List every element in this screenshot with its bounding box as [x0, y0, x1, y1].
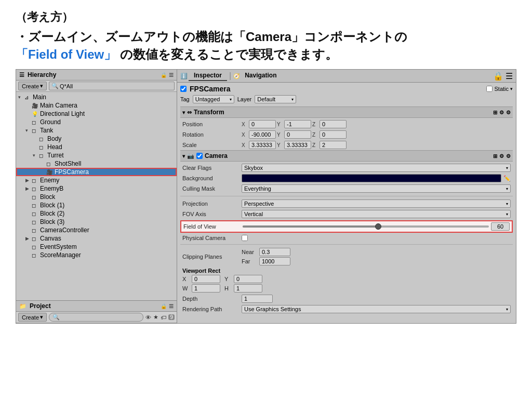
transform-header[interactable]: ▾ ⇔ Transform ⊞ ⚙ ⚙ [180, 107, 513, 118]
camera-active-checkbox[interactable] [196, 153, 203, 159]
tree-item[interactable]: ▶◻Enemy [16, 176, 177, 184]
tree-item-icon: 💡 [32, 111, 39, 117]
fov-axis-arrow: ▾ [506, 212, 508, 217]
scale-z-input[interactable]: 2 [320, 141, 347, 149]
tree-item[interactable]: ◻Ground [16, 118, 177, 126]
fov-slider-track[interactable] [243, 225, 489, 228]
viewport-section: Viewport Rect X 0 W 1 Y [180, 267, 513, 294]
tree-item[interactable]: 💡Directional Light [16, 110, 177, 118]
tree-expand-arrow[interactable]: ▾ [33, 153, 39, 158]
tree-item[interactable]: ◻ScoreManager [16, 251, 177, 259]
tab-navigation[interactable]: Navigation [240, 71, 282, 81]
tree-item[interactable]: ▶◻Canvas [16, 234, 177, 243]
scale-x-label: X [242, 142, 248, 148]
fov-slider-container[interactable]: 60 [243, 222, 510, 231]
tree-item[interactable]: ▶◻EnemyB [16, 184, 177, 193]
camera-header[interactable]: ▾ 📷 Camera ⊞ ⚙ ⚙ [180, 150, 513, 162]
tag-dropdown[interactable]: Untagged ▾ [193, 95, 234, 103]
scale-label: Scale [182, 142, 240, 148]
tree-expand-arrow[interactable]: ▶ [25, 186, 32, 191]
vp-h-label: H [224, 285, 232, 291]
hierarchy-create-arrow: ▾ [40, 83, 43, 89]
fov-slider-thumb[interactable] [375, 223, 381, 230]
hierarchy-create-button[interactable]: Create ▾ [18, 82, 47, 90]
tree-item-label: Ground [40, 118, 61, 126]
scale-x-input[interactable]: 3.33333 [249, 141, 276, 149]
tree-item[interactable]: ◻Block (1) [16, 201, 177, 209]
static-checkbox[interactable] [486, 86, 493, 92]
projection-dropdown[interactable]: Perspective ▾ [242, 200, 511, 208]
scale-y-input[interactable]: 3.33333 [284, 141, 311, 149]
pos-z-input[interactable]: 0 [320, 120, 347, 128]
depth-input[interactable]: 1 [242, 295, 273, 303]
tree-item-label: Block (1) [40, 202, 64, 209]
tree-item[interactable]: 🎥FPSCamera [16, 168, 177, 176]
rot-z-input[interactable]: 0 [320, 130, 347, 139]
near-input[interactable]: 0.3 [259, 248, 290, 256]
tree-item-icon: ◻ [32, 186, 39, 192]
layer-dropdown[interactable]: Default ▾ [255, 95, 296, 103]
hierarchy-panel: ☰ Hierarchy 🔒 ☰ Create ▾ 🔍 Q*All ▾⊿Main🎥… [16, 70, 177, 323]
tree-expand-arrow[interactable]: ▾ [25, 128, 32, 133]
tree-item[interactable]: ▾◻Turret [16, 151, 177, 159]
gameobj-active-checkbox[interactable] [180, 86, 187, 92]
unity-panel: ☰ Hierarchy 🔒 ☰ Create ▾ 🔍 Q*All ▾⊿Main🎥… [16, 69, 516, 324]
culling-mask-label: Culling Mask [182, 185, 240, 192]
rot-x-input[interactable]: -90.000 [249, 130, 276, 139]
scale-y-label: Y [277, 142, 283, 148]
background-color-swatch[interactable] [242, 174, 501, 182]
rendering-path-dropdown[interactable]: Use Graphics Settings ▾ [242, 305, 511, 313]
tree-item-icon: ◻ [32, 203, 39, 208]
rot-y-input[interactable]: 0 [284, 130, 311, 139]
tree-item[interactable]: ◻CameraController [16, 226, 177, 234]
inspector-tabs: ℹ️ Inspector | 🧭 Navigation 🔒 ☰ [177, 70, 516, 83]
background-pencil-icon[interactable]: ✏️ [503, 175, 511, 182]
viewport-w-row: W 1 [182, 284, 220, 292]
tree-item[interactable]: ◻Body [16, 135, 177, 143]
tree-item-icon: ◻ [32, 178, 39, 183]
tree-item-label: Enemy [40, 177, 59, 184]
annotation-line2: ・ズームイン、ズームアウトの機能は「Camera」コンポーネントの 「Field… [16, 28, 516, 63]
tree-item[interactable]: ◻EventSystem [16, 243, 177, 251]
pos-y-input[interactable]: -1 [284, 120, 311, 128]
clear-flags-dropdown[interactable]: Skybox ▾ [242, 164, 511, 172]
far-input[interactable]: 1000 [259, 257, 290, 265]
vp-h-input[interactable]: 1 [234, 284, 262, 292]
tree-item[interactable]: ◻Block (2) [16, 209, 177, 218]
tree-expand-arrow[interactable]: ▾ [18, 95, 24, 100]
project-icon-2: ★ [153, 314, 158, 321]
tab-inspector[interactable]: Inspector [189, 71, 227, 81]
vp-y-input[interactable]: 0 [234, 275, 262, 283]
tree-item[interactable]: ▾⊿Main [16, 93, 177, 101]
tree-item-icon: 🎥 [46, 169, 54, 175]
tree-expand-arrow[interactable]: ▶ [25, 178, 32, 183]
tree-item[interactable]: 🎥Main Camera [16, 101, 177, 110]
culling-mask-row: Culling Mask Everything ▾ [180, 183, 513, 194]
hierarchy-title: Hierarchy [28, 71, 157, 78]
camera-icon-3: ⚙ [506, 153, 511, 159]
vp-x-input[interactable]: 0 [192, 275, 220, 283]
tree-item[interactable]: ◻Block (3) [16, 218, 177, 226]
tree-item-label: FPSCamera [55, 168, 89, 176]
project-create-button[interactable]: Create ▾ [18, 313, 47, 322]
tree-item[interactable]: ▾◻Tank [16, 126, 177, 135]
tree-item-icon: ◻ [32, 228, 39, 233]
physical-camera-checkbox[interactable] [242, 235, 248, 241]
static-check: Static ▾ [486, 86, 513, 92]
tree-item[interactable]: ◻Block [16, 193, 177, 201]
hierarchy-content[interactable]: ▾⊿Main🎥Main Camera💡Directional Light◻Gro… [16, 92, 177, 300]
pos-z-label: Z [312, 122, 318, 127]
pos-x-input[interactable]: 0 [249, 120, 276, 128]
project-search[interactable]: 🔍 [49, 313, 143, 322]
gameobj-name: FPSCamera [190, 85, 483, 93]
scale-xyz: X 3.33333 Y 3.33333 Z 2 [242, 141, 511, 149]
tree-expand-arrow[interactable]: ▶ [25, 236, 32, 241]
vp-w-label: W [182, 285, 190, 291]
tree-item[interactable]: ◻Head [16, 143, 177, 151]
culling-mask-dropdown[interactable]: Everything ▾ [242, 184, 511, 193]
fov-axis-dropdown[interactable]: Vertical ▾ [242, 210, 511, 218]
tree-item[interactable]: ◻ShotShell [16, 159, 177, 168]
fov-value[interactable]: 60 [491, 222, 510, 231]
vp-w-input[interactable]: 1 [192, 284, 220, 292]
hierarchy-search[interactable]: 🔍 Q*All [49, 82, 175, 90]
